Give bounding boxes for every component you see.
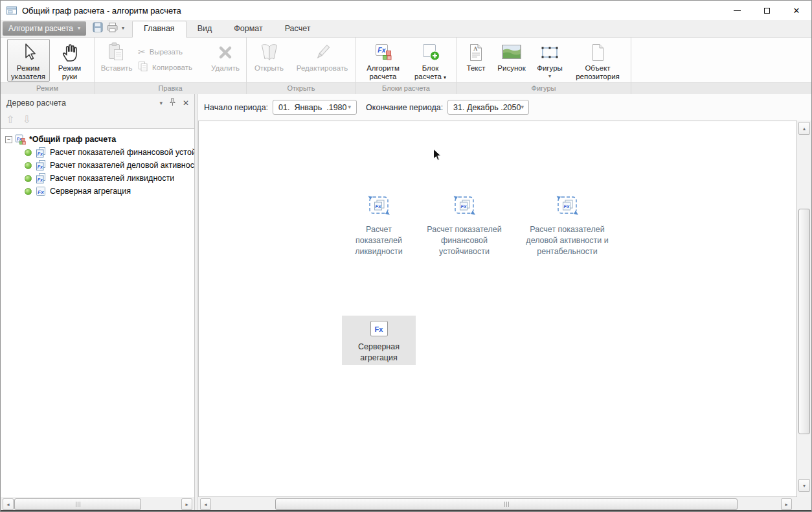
svg-text:Fx: Fx — [38, 177, 43, 181]
scroll-down-button[interactable]: ▾ — [798, 479, 810, 492]
scroll-thumb[interactable] — [798, 209, 810, 434]
graph-canvas[interactable]: Fx Расчет показателей ликвидности Fx Рас… — [198, 121, 797, 497]
picture-button[interactable]: Рисунок — [493, 39, 530, 82]
ribbon-group-calc-blocks: Fx Алгоритм расчета Блок расчета ▾ Блоки… — [356, 38, 457, 94]
tree-item-fin-stability[interactable]: Fx Расчет показателей финансовой устойчи… — [1, 146, 194, 159]
tab-raschet[interactable]: Расчет — [274, 21, 322, 37]
text-button[interactable]: A Текст — [461, 39, 491, 82]
svg-text:Fx: Fx — [17, 136, 22, 141]
title-bar: Общий граф расчета - алгоритм расчета ✕ — [1, 1, 811, 20]
edit-button[interactable]: Редактировать — [291, 39, 354, 82]
print-button[interactable] — [107, 23, 118, 35]
picture-icon — [502, 40, 522, 64]
tree-item-server-aggregation[interactable]: Fx Серверная агрегация — [1, 185, 194, 198]
calc-tree: − Fx *Общий граф расчета Fx Расчет показ… — [1, 128, 194, 497]
hand-mode-button[interactable]: Режим руки — [52, 39, 88, 82]
panel-close-icon[interactable]: ✕ — [183, 99, 189, 108]
minimize-icon — [734, 10, 741, 11]
svg-text:Fx: Fx — [38, 189, 44, 194]
tree-root-row[interactable]: − Fx *Общий граф расчета — [1, 133, 194, 146]
group-label-mode: Режим — [1, 82, 94, 94]
close-icon: ✕ — [793, 6, 800, 16]
tree-item-business-activity[interactable]: Fx Расчет показателей деловой активности… — [1, 159, 194, 172]
maximize-button[interactable] — [752, 1, 782, 20]
scroll-thumb[interactable] — [14, 498, 141, 510]
minimize-button[interactable] — [722, 1, 752, 20]
block-server-aggregation[interactable]: Fx Серверная агрегация — [342, 316, 416, 365]
scroll-right-button[interactable]: ▸ — [181, 498, 192, 510]
pin-icon[interactable] — [169, 98, 176, 108]
chevron-down-icon: ▾ — [444, 75, 446, 80]
edit-pencil-icon — [313, 40, 332, 64]
paste-icon — [107, 40, 126, 64]
grip-icon — [506, 502, 507, 507]
canvas-horizontal-scrollbar[interactable]: ◂ ▸ — [198, 497, 797, 511]
scroll-up-button[interactable]: ▴ — [798, 122, 810, 135]
scroll-left-button[interactable]: ◂ — [200, 498, 211, 510]
repository-object-icon — [591, 40, 605, 64]
ribbon: Режим указателя Режим руки Режим Вставит… — [1, 37, 811, 94]
scroll-left-button[interactable]: ◂ — [3, 498, 14, 510]
svg-text:Fx: Fx — [375, 325, 384, 333]
shapes-button[interactable]: Фигуры ▾ — [532, 39, 567, 82]
tree-horizontal-scrollbar[interactable]: ◂ ▸ — [1, 497, 194, 511]
print-dropdown-button[interactable]: ▾ — [122, 26, 124, 31]
copy-button[interactable]: Копировать — [138, 61, 205, 73]
tab-glavnaya[interactable]: Главная — [132, 21, 186, 38]
period-start-label: Начало периода: — [204, 103, 268, 112]
svg-text:A: A — [473, 45, 478, 52]
grip-icon — [78, 502, 78, 507]
pointer-cursor-icon — [19, 40, 38, 64]
ribbon-group-edit: Вставить ✂ Вырезать Копировать Удалить П… — [95, 38, 247, 94]
pointer-mode-button[interactable]: Режим указателя — [7, 39, 50, 82]
period-start-combobox[interactable]: 01. Январь .1980 ▾ — [273, 100, 357, 115]
main-area: Начало периода: 01. Январь .1980 ▾ Оконч… — [198, 94, 811, 511]
fx-icon: Fx — [370, 321, 388, 336]
group-label-calc-blocks: Блоки расчета — [356, 82, 456, 94]
tree-item-liquidity[interactable]: Fx Расчет показателей ликвидности — [1, 172, 194, 185]
canvas-vertical-scrollbar[interactable]: ▴ ▾ — [797, 121, 811, 497]
scroll-track[interactable] — [14, 498, 181, 510]
open-book-icon — [258, 40, 281, 64]
open-button[interactable]: Открыть — [249, 39, 289, 82]
add-block-icon — [421, 40, 440, 64]
repository-object-button[interactable]: Объект репозитория — [569, 39, 626, 82]
tab-vid[interactable]: Вид — [186, 21, 223, 37]
group-label-open: Открыть — [247, 82, 355, 94]
svg-text:Fx: Fx — [564, 204, 570, 209]
svg-text:Fx: Fx — [378, 46, 386, 54]
app-menu-button[interactable]: Алгоритм расчета ▾ — [3, 21, 86, 36]
move-up-button[interactable]: ⇧ — [6, 115, 14, 125]
status-dot-green — [25, 175, 32, 182]
text-document-icon: A — [468, 40, 484, 64]
app-window-icon — [6, 6, 17, 15]
period-end-combobox[interactable]: 31. Декабрь .2050 ▾ — [447, 100, 529, 115]
collapse-expander-icon[interactable]: − — [5, 136, 12, 143]
paste-button[interactable]: Вставить — [97, 39, 136, 82]
block-business-activity[interactable]: Fx Расчет показателей деловой активности… — [515, 192, 619, 257]
delete-button[interactable]: Удалить — [207, 39, 243, 82]
fx-icon: Fx — [36, 186, 47, 197]
menu-tab-row: Алгоритм расчета ▾ ▾ Главная Вид Формат … — [1, 20, 811, 37]
algorithm-button[interactable]: Fx Алгоритм расчета — [360, 39, 407, 82]
status-dot-green — [25, 162, 32, 169]
cut-button[interactable]: ✂ Вырезать — [138, 45, 205, 58]
ribbon-filler — [631, 38, 811, 94]
status-dot-green — [25, 188, 32, 195]
save-button[interactable] — [93, 22, 103, 35]
close-button[interactable]: ✕ — [782, 1, 811, 20]
algorithm-block-icon: Fx — [554, 192, 580, 221]
scroll-right-button[interactable]: ▸ — [781, 498, 792, 510]
window-title: Общий граф расчета - алгоритм расчета — [22, 6, 181, 16]
move-down-button[interactable]: ⇩ — [22, 115, 30, 125]
scissors-icon: ✂ — [138, 47, 146, 56]
tab-format[interactable]: Формат — [223, 21, 273, 37]
scroll-thumb[interactable] — [275, 498, 738, 510]
add-block-button[interactable]: Блок расчета ▾ — [409, 39, 453, 82]
fx-pages-icon: Fx — [36, 147, 47, 158]
algorithm-block-icon: Fx — [451, 192, 477, 221]
panel-menu-dropdown-icon[interactable]: ▾ — [159, 100, 163, 106]
block-financial-stability[interactable]: Fx Расчет показателей финансовой устойчи… — [412, 192, 516, 257]
quick-access-toolbar: ▾ — [93, 22, 124, 35]
delete-x-icon — [216, 40, 235, 64]
